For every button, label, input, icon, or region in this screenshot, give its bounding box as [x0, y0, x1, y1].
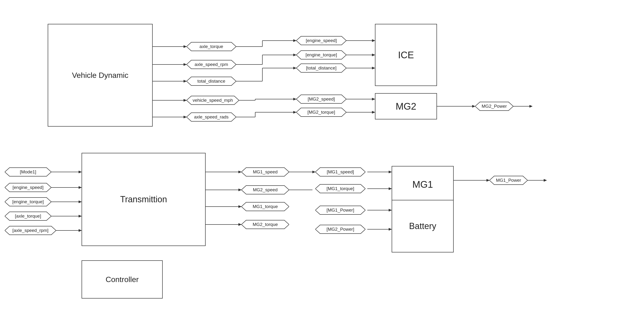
- engine-torque-in-ice-label: [engine_torque]: [306, 52, 337, 58]
- ice-label: ICE: [398, 50, 414, 60]
- engine-torque-in-trans-port: [engine_torque]: [5, 197, 51, 207]
- battery-label: Battery: [409, 221, 436, 231]
- axle-speed-rpm-in-trans-port: [axle_speed_rpm]: [5, 226, 56, 235]
- engine-speed-in-trans-label: [engine_speed]: [13, 185, 44, 190]
- engine-speed-in-ice-label: [engine_speed]: [306, 38, 337, 43]
- mg2-speed-out-trans-port: MG2_speed: [242, 185, 289, 195]
- svg-marker-17: [294, 54, 296, 56]
- axle-torque-out-label: axle_torque: [200, 44, 223, 49]
- svg-marker-5: [184, 80, 186, 82]
- mg1-speed-out-trans-port: MG1_speed: [242, 167, 289, 177]
- mg1-power-in-bat-port: [MG1_Power]: [315, 205, 366, 215]
- mg1-torque-in-mg1-port: [MG1_torque]: [315, 184, 366, 194]
- axle-speed-rads-label: axle_speed_rads: [194, 114, 229, 120]
- mg2-power-out-label: MG2_Power: [482, 104, 507, 109]
- svg-marker-37: [372, 98, 375, 100]
- svg-marker-45: [79, 171, 82, 173]
- total-distance-out-label: total_distance: [197, 79, 225, 84]
- mg2-block: MG2: [375, 93, 437, 119]
- axle-torque-in-trans-port: [axle_torque]: [5, 211, 51, 221]
- svg-marker-43: [530, 105, 532, 107]
- engine-speed-in-ice-port: [engine_speed]: [296, 36, 346, 45]
- mg2-torque-in-port: [MG2_torque]: [296, 107, 346, 117]
- mg1-power-in-bat-label: [MG1_Power]: [326, 208, 354, 213]
- total-distance-in-ice-label: [total_distance]: [306, 65, 336, 71]
- mg2-power-out-port: MG2_Power: [475, 101, 513, 111]
- svg-marker-41: [472, 105, 475, 107]
- engine-speed-in-trans-port: [engine_speed]: [5, 183, 51, 192]
- mg1-block: MG1: [392, 166, 454, 203]
- svg-marker-76: [389, 228, 392, 230]
- mg1-power-out-port: MG1_Power: [490, 176, 528, 185]
- svg-marker-29: [294, 111, 296, 113]
- mg2-power-in-bat-label: [MG2_Power]: [326, 227, 354, 232]
- svg-marker-1: [184, 45, 186, 48]
- svg-marker-47: [79, 186, 82, 189]
- mg1-torque-out-trans-port: MG1_torque: [242, 202, 289, 211]
- total-distance-out-port: total_distance: [186, 76, 236, 86]
- engine-torque-in-ice-port: [engine_torque]: [296, 50, 346, 60]
- mg2-power-in-bat-port: [MG2_Power]: [315, 225, 366, 234]
- svg-marker-9: [184, 116, 186, 118]
- transmittion-block: Transmittion: [82, 153, 206, 246]
- svg-marker-51: [79, 215, 82, 217]
- mg1-speed-out-trans-label: MG1_speed: [253, 169, 278, 175]
- svg-marker-57: [238, 189, 242, 191]
- mg1-label: MG1: [412, 179, 433, 190]
- vehicle-speed-mph-label: vehicle_speed_mph: [192, 98, 233, 103]
- mg2-torque-in-label: [MG2_torque]: [308, 110, 335, 115]
- mg1-power-out-label: MG1_Power: [496, 178, 521, 183]
- axle-speed-rpm-out-label: axle_speed_rpm: [195, 62, 228, 67]
- controller-block: Controller: [82, 260, 163, 298]
- mg1-speed-in-mg1-port: [MG1_speed]: [315, 167, 366, 177]
- axle-speed-rpm-out-port: axle_speed_rpm: [186, 60, 236, 69]
- svg-marker-72: [544, 179, 547, 182]
- svg-marker-3: [184, 63, 186, 66]
- svg-marker-7: [184, 99, 186, 101]
- ice-block: ICE: [375, 24, 437, 86]
- controller-label: Controller: [106, 275, 139, 284]
- transmittion-label: Transmittion: [120, 194, 167, 204]
- engine-torque-in-trans-label: [engine_torque]: [12, 199, 44, 204]
- mg2-speed-in-label: [MG2_speed]: [308, 96, 335, 102]
- total-distance-in-ice-port: [total_distance]: [296, 63, 346, 73]
- mg1-torque-in-mg1-label: [MG1_torque]: [326, 186, 354, 191]
- svg-marker-59: [238, 205, 242, 208]
- mg1-torque-out-trans-label: MG1_torque: [252, 204, 278, 209]
- svg-marker-25: [294, 98, 296, 100]
- axle-speed-rpm-in-trans-label: [axle_speed_rpm]: [12, 228, 48, 233]
- svg-marker-70: [486, 179, 490, 182]
- mg2-torque-out-trans-label: MG2_torque: [252, 222, 278, 227]
- mode1-in-label: [Mode1]: [20, 169, 36, 175]
- vehicle-dynamic-label: Vehicle Dynamic: [72, 71, 128, 80]
- svg-marker-61: [238, 223, 242, 226]
- diagram: Vehicle Dynamic axle_torque axle_speed_r…: [0, 0, 644, 310]
- svg-marker-13: [294, 39, 296, 42]
- svg-marker-35: [372, 67, 375, 69]
- mg2-speed-out-trans-label: MG2_speed: [253, 187, 278, 193]
- mg2-torque-out-trans-port: MG2_torque: [242, 220, 289, 229]
- axle-torque-out-port: axle_torque: [186, 42, 236, 51]
- mode1-in-port: [Mode1]: [5, 167, 51, 177]
- vehicle-dynamic-block: Vehicle Dynamic: [48, 24, 153, 127]
- mg2-label: MG2: [396, 101, 416, 112]
- vehicle-speed-mph-out-port: vehicle_speed_mph: [186, 96, 239, 105]
- mg1-speed-in-mg1-label: [MG1_speed]: [327, 169, 354, 175]
- svg-marker-68: [389, 188, 392, 190]
- svg-marker-39: [372, 111, 375, 113]
- svg-marker-66: [389, 171, 392, 173]
- svg-marker-74: [389, 209, 392, 211]
- axle-speed-rads-out-port: axle_speed_rads: [186, 112, 236, 122]
- axle-torque-in-trans-label: [axle_torque]: [15, 214, 41, 219]
- mg2-speed-in-port: [MG2_speed]: [296, 94, 346, 104]
- battery-block: Battery: [392, 200, 454, 252]
- svg-marker-31: [372, 39, 375, 42]
- svg-marker-33: [372, 54, 375, 56]
- svg-marker-55: [238, 171, 242, 173]
- svg-marker-63: [312, 171, 315, 173]
- svg-marker-53: [79, 229, 82, 232]
- svg-marker-21: [294, 67, 296, 69]
- svg-marker-49: [79, 201, 82, 203]
